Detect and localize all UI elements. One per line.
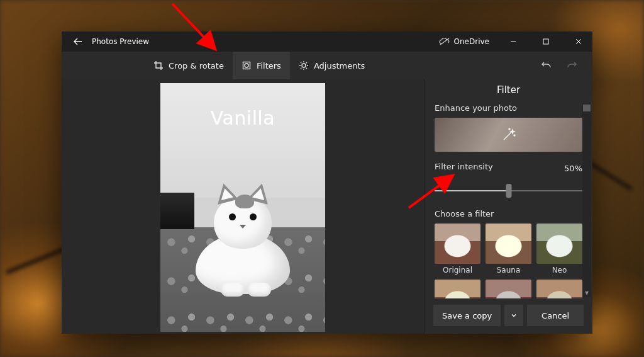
enhance-heading: Enhance your photo	[435, 103, 582, 113]
svg-point-3	[245, 64, 248, 67]
undo-icon	[541, 60, 552, 71]
onedrive-status[interactable]: OneDrive	[434, 37, 494, 46]
photos-preview-window: Photos Preview OneDrive	[62, 31, 592, 334]
edit-toolbar: Crop & rotate Filters Adjustments	[62, 52, 592, 79]
brightness-icon	[299, 60, 309, 71]
maximize-button[interactable]	[532, 31, 560, 52]
svg-point-4	[302, 64, 306, 67]
arrow-left-icon	[73, 37, 83, 47]
magic-wand-icon	[501, 127, 517, 143]
applied-filter-label: Vanilla	[211, 107, 275, 129]
filter-thumb-row2-a[interactable]	[435, 280, 480, 298]
filter-thumb-sauna[interactable]	[486, 224, 531, 264]
filter-thumb-row2-b[interactable]	[486, 280, 531, 298]
cancel-button[interactable]: Cancel	[527, 305, 584, 326]
filter-thumb-original[interactable]	[435, 224, 480, 264]
window-title: Photos Preview	[92, 37, 149, 46]
redo-icon	[566, 60, 577, 71]
filter-caption: Sauna	[486, 266, 531, 275]
svg-rect-2	[243, 62, 250, 69]
panel-title: Filter	[425, 79, 592, 102]
scrollbar-thumb[interactable]	[583, 105, 591, 111]
tab-label: Adjustments	[314, 61, 365, 71]
intensity-value: 50%	[564, 164, 582, 173]
filter-thumb-row2-c[interactable]	[536, 280, 582, 298]
photo-preview[interactable]: Vanilla	[160, 83, 325, 332]
onedrive-label: OneDrive	[454, 37, 489, 46]
svg-rect-1	[543, 39, 548, 44]
tab-filters[interactable]: Filters	[233, 52, 290, 79]
scroll-down-icon[interactable]: ▼	[582, 288, 591, 297]
save-copy-dropdown[interactable]	[504, 305, 523, 326]
panel-scrollbar[interactable]: ▲ ▼	[582, 103, 591, 297]
intensity-heading: Filter intensity	[435, 162, 493, 171]
crop-icon	[153, 60, 164, 71]
choose-filter-heading: Choose a filter	[435, 209, 582, 218]
filter-caption: Neo	[536, 266, 582, 275]
svg-point-5	[514, 135, 515, 136]
svg-point-6	[509, 128, 510, 130]
canvas-area: Vanilla	[62, 79, 424, 334]
tab-crop-rotate[interactable]: Crop & rotate	[145, 52, 233, 79]
slider-thumb[interactable]	[506, 184, 511, 198]
tab-adjustments[interactable]: Adjustments	[290, 52, 374, 79]
undo-button[interactable]	[537, 56, 556, 75]
close-button[interactable]	[565, 31, 592, 52]
cloud-off-icon	[439, 38, 450, 45]
filter-panel: Filter ▲ ▼ Enhance your photo Filter int…	[424, 79, 592, 334]
back-button[interactable]	[65, 31, 91, 52]
tab-label: Filters	[257, 61, 281, 71]
titlebar: Photos Preview OneDrive	[62, 31, 592, 52]
save-copy-button[interactable]: Save a copy	[433, 305, 501, 326]
chevron-down-icon	[511, 312, 517, 319]
filters-icon	[242, 60, 252, 71]
intensity-slider[interactable]	[435, 183, 582, 199]
redo-button[interactable]	[562, 56, 581, 75]
filter-thumb-neo[interactable]	[536, 224, 582, 264]
filter-caption: Original	[435, 266, 480, 275]
tab-label: Crop & rotate	[169, 61, 224, 71]
minimize-button[interactable]	[499, 31, 527, 52]
enhance-button[interactable]	[435, 118, 582, 152]
